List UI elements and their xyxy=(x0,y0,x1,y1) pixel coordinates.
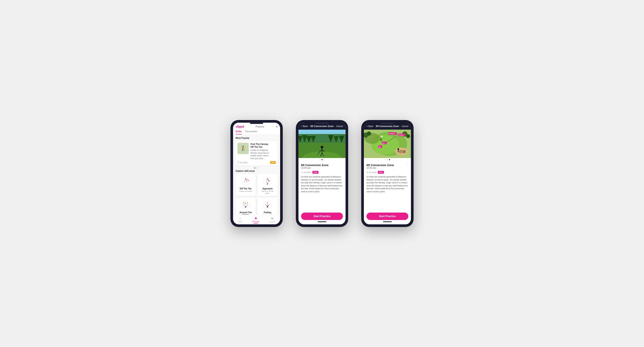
skill-card-putting[interactable]: Putting Make and lag practice xyxy=(258,198,278,215)
img-dot-3 xyxy=(324,159,324,160)
shots-info: ⏱ 10 shots xyxy=(238,162,248,164)
phone-2: < Back 6ft Conversion Zone Cancel xyxy=(296,120,348,227)
phone2-bottom: Start Practice xyxy=(298,209,346,224)
phone2-img-dots xyxy=(298,158,346,161)
skill-card-ott[interactable]: Off The Tee Power accuracy xyxy=(236,174,256,196)
phone2-shots-count: 20 shots xyxy=(304,171,311,174)
drill-footer: ⏱ 10 shots OTT xyxy=(238,161,276,164)
svg-line-2 xyxy=(244,179,246,183)
activities-icon: ♣ xyxy=(255,216,257,220)
svg-point-21 xyxy=(269,204,270,205)
clippd-logo: clippd xyxy=(236,125,244,128)
atg-icon-area xyxy=(238,200,254,210)
phone3-yards: 10-50 yds xyxy=(366,167,394,169)
clock-icon-2: ⏱ xyxy=(301,171,303,174)
ott-desc: Power accuracy xyxy=(238,190,254,192)
nav-activities[interactable]: ♣ Activities xyxy=(252,216,260,223)
phone2-header: < Back 6ft Conversion Zone Cancel xyxy=(298,123,346,130)
phone2-back[interactable]: < Back xyxy=(301,125,308,127)
phone3-drill-header: 6ft Conversion Zone 10-50 yds ♡ xyxy=(366,163,408,170)
ott-icon xyxy=(241,177,250,186)
svg-point-14 xyxy=(247,202,248,203)
putting-name: Putting xyxy=(259,211,276,214)
phone2-title: 6ft Conversion Zone xyxy=(310,125,334,127)
dot-3 xyxy=(258,167,259,168)
phone-3-screen: < Back 6ft Conversion Zone Cancel xyxy=(364,123,411,224)
fav-icon[interactable]: ♡ xyxy=(274,143,276,160)
phone3-content: 6ft Conversion Zone 10-50 yds ♡ ⏱ 20 sho… xyxy=(364,161,411,209)
phone3-dot-3 xyxy=(389,159,390,160)
clock-icon: ⏱ xyxy=(238,162,239,164)
putting-icon xyxy=(263,200,272,210)
tab-drills[interactable]: Drills xyxy=(236,130,242,134)
tab-favourites[interactable]: Favourites xyxy=(245,130,258,134)
skill-card-atg[interactable]: Around The Green Hone your short game xyxy=(236,198,256,215)
practice-label: Practice xyxy=(256,125,264,128)
svg-point-17 xyxy=(267,206,268,208)
phone2-description: 20 shots are randomly generated at dista… xyxy=(301,175,343,193)
approach-desc: Dial-in to hit the green xyxy=(259,190,276,194)
atg-icon xyxy=(241,200,250,210)
phone3-back[interactable]: < Back xyxy=(366,125,373,127)
nav-home[interactable]: ⌂ Home xyxy=(238,216,242,223)
phone2-cancel[interactable]: Cancel xyxy=(336,125,343,127)
drill-photo xyxy=(298,130,346,158)
skill-card-approach[interactable]: Approach Dial-in to hit the green xyxy=(258,174,278,196)
drill-map: Miss Hit FAIRWAY ROUGH xyxy=(364,130,411,158)
nav-capture[interactable]: ⊕ Capture xyxy=(269,216,275,223)
phone3-indicator xyxy=(383,221,392,222)
phone3-fav[interactable]: ♡ xyxy=(406,163,408,167)
atg-name: Around The Green xyxy=(238,211,254,215)
phone2-meta: ⏱ 20 shots ARG xyxy=(301,171,343,174)
phone2-shots: ⏱ 20 shots xyxy=(301,171,311,174)
putting-icon-area xyxy=(259,200,276,210)
svg-text:ROUGH: ROUGH xyxy=(399,134,404,136)
svg-point-58 xyxy=(398,148,399,150)
img-dot-1 xyxy=(320,159,321,160)
drill-card[interactable]: 🏌️ Find The Fairway Off The Tee Create a… xyxy=(236,141,278,166)
drill-subtitle: Off The Tee xyxy=(250,146,272,148)
phone3-cancel[interactable]: Cancel xyxy=(402,125,408,127)
drill-thumb-golfer: 🏌️ xyxy=(238,143,249,154)
svg-text:SAND: SAND xyxy=(400,151,404,153)
phone1-header: clippd Practice ≡ Drills Favourites xyxy=(233,123,280,135)
svg-point-11 xyxy=(242,201,250,209)
ott-icon-area xyxy=(238,176,254,187)
phone2-yards: 10-50 yds xyxy=(301,167,328,169)
svg-point-13 xyxy=(244,202,244,203)
phone2-fav[interactable]: ♡ xyxy=(340,163,343,167)
drill-title: Find The Fairway xyxy=(250,143,272,146)
clock-icon-3: ⏱ xyxy=(366,171,368,174)
menu-icon[interactable]: ≡ xyxy=(276,125,278,128)
golf-scene xyxy=(298,130,346,158)
phone2-drill-name: 6ft Conversion Zone xyxy=(301,163,328,167)
phone3-badge: ARG xyxy=(378,171,384,174)
svg-point-50 xyxy=(406,134,410,138)
svg-point-20 xyxy=(265,204,266,205)
phone3-description: 20 shots are randomly generated at dista… xyxy=(366,175,408,193)
activities-label: Activities xyxy=(252,221,260,223)
drill-thumb: 🏌️ xyxy=(238,143,249,154)
home-label: Home xyxy=(238,221,242,223)
phone1-nav: ⌂ Home ♣ Activities ⊕ Capture xyxy=(233,215,280,224)
phone3-start-button[interactable]: Start Practice xyxy=(366,213,408,220)
svg-point-35 xyxy=(321,146,323,148)
phone3-drill-name: 6ft Conversion Zone xyxy=(366,163,394,167)
svg-text:Hit: Hit xyxy=(379,146,381,148)
phone2-badge: ARG xyxy=(312,171,318,174)
phone3-meta: ⏱ 20 shots ARG xyxy=(366,171,408,174)
ott-name: Off The Tee xyxy=(238,187,254,190)
img-dot-2 xyxy=(322,159,323,160)
phone2-start-button[interactable]: Start Practice xyxy=(301,213,343,220)
phone2-indicator xyxy=(318,221,326,222)
svg-point-10 xyxy=(269,180,270,181)
svg-point-48 xyxy=(367,131,371,136)
phone1-top: clippd Practice ≡ xyxy=(236,125,278,128)
phone3-shots-count: 20 shots xyxy=(369,171,376,174)
phone3-shots: ⏱ 20 shots xyxy=(366,171,376,174)
phone3-dot-2 xyxy=(387,159,388,160)
svg-point-23 xyxy=(268,205,269,206)
tabs: Drills Favourites xyxy=(236,130,278,134)
card-dots xyxy=(236,167,278,168)
phone-1-screen: clippd Practice ≡ Drills Favourites Most… xyxy=(233,123,280,224)
